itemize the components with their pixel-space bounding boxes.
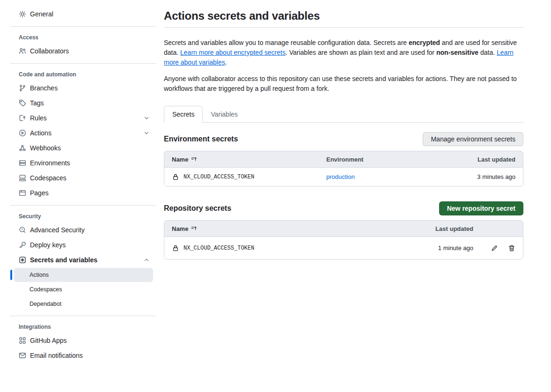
secret-name-cell: NX_CLOUD_ACCESS_TOKEN [172,244,412,252]
secret-name-cell: NX_CLOUD_ACCESS_TOKEN [172,173,326,181]
environment-link[interactable]: production [326,173,355,180]
environment-secrets-title: Environment secrets [164,135,238,143]
intro-bold-non-sensitive: non-sensitive [436,49,478,56]
page-title: Actions secrets and variables [164,9,523,22]
sidebar-item-label: Codespaces [30,174,150,182]
sidebar-section-access: Access [0,31,156,44]
sidebar-item-secrets-and-variables[interactable]: Secrets and variables [0,252,156,267]
sidebar-item-label: Collaborators [30,47,150,55]
tag-icon [19,99,26,107]
git-branch-icon [19,84,26,92]
sidebar-item-environments[interactable]: Environments [0,155,156,170]
tab-variables[interactable]: Variables [203,106,245,122]
sidebar-item-deploy-keys[interactable]: Deploy keys [0,237,156,252]
sidebar-item-webhooks[interactable]: Webhooks [0,141,156,155]
tab-secrets[interactable]: Secrets [164,106,203,123]
sidebar-item-actions[interactable]: Actions [0,126,156,141]
sidebar-item-label: Actions [30,129,143,137]
intro-bold-encrypted: encrypted [409,39,440,46]
sidebar-item-general[interactable]: General [0,7,156,22]
key-icon [19,241,26,249]
sidebar-item-collaborators[interactable]: Collaborators [0,44,156,59]
sidebar-item-label: Secrets and variables [30,256,143,264]
collaborator-access-paragraph: Anyone with collaborator access to this … [164,74,523,94]
pencil-icon [491,244,498,252]
sort-ascending-icon [191,225,198,232]
server-icon [19,159,26,167]
settings-sidebar: General Access Collaborators Code and au… [0,0,156,363]
sidebar-item-label: General [30,10,150,18]
row-actions [473,244,515,252]
settings-page: General Access Collaborators Code and au… [0,0,551,363]
main-content: Actions secrets and variables Secrets an… [156,0,551,363]
sidebar-item-label: Email notifications [30,352,150,359]
title-divider [164,27,523,28]
sidebar-section-security: Security [0,210,156,222]
trash-icon [508,244,515,252]
new-repository-secret-button[interactable]: New repository secret [439,201,523,215]
sidebar-item-label: Deploy keys [30,241,150,249]
sidebar-item-tags[interactable]: Tags [0,96,156,111]
column-header-environment: Environment [326,156,441,163]
intro-paragraph: Secrets and variables allow you to manag… [164,38,523,67]
sort-ascending-icon [191,156,198,163]
sidebar-item-email-notifications[interactable]: Email notifications [0,348,156,363]
edit-secret-button[interactable] [491,244,498,252]
column-header-last-updated: Last updated [412,225,473,232]
secrets-variables-tabs: Secrets Variables [164,106,523,123]
environment-secrets-table: Name Environment Last updated NX_CLOUD_A… [164,151,523,186]
delete-secret-button[interactable] [508,244,515,252]
sidebar-item-github-apps[interactable]: GitHub Apps [0,333,156,348]
sidebar-subitem-dependabot[interactable]: Dependabot [14,297,153,311]
column-header-name[interactable]: Name [172,156,326,163]
intro-text: Secrets and variables allow you to manag… [164,39,409,46]
secret-name: NX_CLOUD_ACCESS_TOKEN [184,174,254,180]
sidebar-item-branches[interactable]: Branches [0,81,156,96]
manage-environment-secrets-button[interactable]: Manage environment secrets [423,132,523,146]
sidebar-item-label: Rules [30,114,143,122]
repository-secrets-header: Repository secrets New repository secret [164,201,523,215]
apps-icon [19,337,26,344]
sidebar-subitem-actions[interactable]: Actions [14,268,153,282]
sidebar-subitem-label: Actions [29,272,49,278]
last-updated-cell: 1 minute ago [412,244,473,251]
intro-text: . Variables are shown as plain text and … [286,49,436,56]
chevron-down-icon [143,115,150,121]
chevron-down-icon [143,130,150,136]
sidebar-subitem-label: Dependabot [29,301,61,307]
sidebar-divider [10,316,156,316]
environment-cell: production [326,173,441,180]
sidebar-item-label: Branches [30,84,150,92]
table-row: NX_CLOUD_ACCESS_TOKEN 1 minute ago [164,237,523,259]
browser-icon [19,189,26,197]
rules-icon [19,114,26,122]
lock-icon [172,244,179,252]
intro-text: . [225,59,227,66]
sidebar-item-label: Environments [30,159,150,167]
table-row: NX_CLOUD_ACCESS_TOKEN production 3 minut… [164,168,523,186]
codespaces-icon [19,174,26,182]
secret-name: NX_CLOUD_ACCESS_TOKEN [184,245,254,251]
mail-icon [19,352,26,359]
sidebar-item-label: Advanced Security [30,226,150,234]
lock-icon [172,173,179,181]
chevron-up-icon [143,257,150,263]
column-label: Name [172,156,188,163]
sidebar-divider [10,205,156,206]
sidebar-item-codespaces[interactable]: Codespaces [0,170,156,185]
sidebar-item-label: Tags [30,99,150,107]
gear-icon [19,10,26,18]
sidebar-item-advanced-security[interactable]: Advanced Security [0,222,156,237]
sidebar-section-code-automation: Code and automation [0,68,156,81]
intro-text: data. [478,49,497,56]
repository-secrets-table: Name Last updated NX_CLOUD_ACCESS_TOKEN … [164,220,523,259]
sidebar-item-rules[interactable]: Rules [0,111,156,126]
sidebar-subitem-label: Codespaces [29,286,62,293]
environment-secrets-table-header: Name Environment Last updated [164,151,523,168]
link-learn-encrypted-secrets[interactable]: Learn more about encrypted secrets [180,49,286,56]
active-indicator [10,270,12,280]
sidebar-subitem-codespaces[interactable]: Codespaces [14,282,153,296]
codescan-icon [19,226,26,234]
column-header-name[interactable]: Name [172,225,412,232]
sidebar-item-pages[interactable]: Pages [0,185,156,200]
